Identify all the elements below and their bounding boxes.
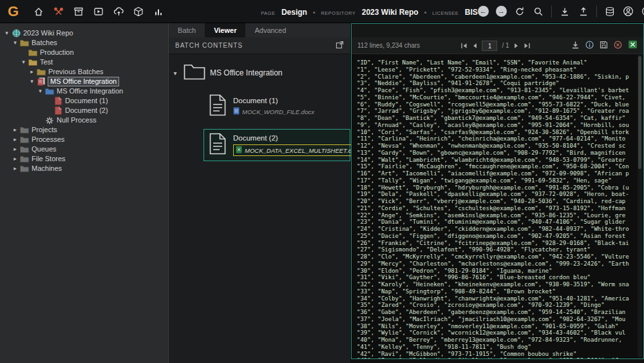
back-button[interactable]: ← [478,6,489,17]
download-icon[interactable] [559,6,571,17]
first-page-button[interactable] [460,43,468,49]
batch-contents-header: BATCH CONTENTS [169,37,350,54]
document-icon [209,94,226,119]
chevron-down-icon[interactable]: ▾ [3,28,11,38]
tree-item-queues[interactable]: ▸Queues [0,144,168,154]
tree-item-label: Machines [32,164,62,173]
tab-advanced[interactable]: Advanced [245,23,295,37]
page-number-input[interactable]: 1 [482,41,497,51]
folder-icon [184,63,205,83]
tools-icon[interactable] [53,6,64,17]
viewer-status: 112 lines, 9,234 chars [357,42,420,49]
account-icon[interactable] [623,6,634,17]
page-total-label: / 1 [502,42,509,49]
topbar-nav-icons [33,6,164,17]
csv-line: "12", "Nevsa", "Whenman", "nwhenmanb@exa… [357,142,643,150]
next-page-button[interactable] [514,43,519,49]
toolbar-divider [551,6,552,17]
tree-item-machines[interactable]: ▸Machines [0,164,168,173]
chevron-down-icon[interactable]: ▾ [28,77,36,86]
package-icon[interactable] [133,6,144,17]
help-icon[interactable] [641,6,644,17]
tree-item-label: MS Office Integration [48,77,118,86]
folder-icon [28,49,38,56]
document-card[interactable]: Document (2) MOCK_DATA_EXCEL_MULTISHEET.… [204,129,350,161]
repo-tree: ▾2023 Wiki Repo▾BatchesProduction▾Test▸P… [0,23,169,363]
popout-icon[interactable] [336,40,344,52]
chevron-right-icon[interactable]: ▸ [11,125,19,135]
database-icon[interactable] [604,6,616,17]
chevron-down-icon[interactable]: ▾ [36,86,44,96]
tree-item-document-2[interactable]: Document (2) [0,106,168,115]
search-icon[interactable] [533,6,544,17]
folder-blue-icon [44,88,55,95]
csv-line: "10", "Cori", "Sarfas", "csarfas9@exampl… [357,129,643,136]
stats-icon[interactable] [153,6,164,17]
archive-icon[interactable] [73,6,84,17]
tree-item-null-process[interactable]: Null Process [0,115,168,125]
tree-item-production[interactable]: Production [0,48,168,57]
csv-line: "3", "Neddie", "Bayliss", "941-91-2678",… [357,80,643,87]
tree-item-ms-office-integration[interactable]: ▾MS Office Integration [0,77,168,86]
chevron-down-icon[interactable]: ▾ [171,70,179,77]
context-separator: • [313,9,316,16]
media-play-icon[interactable] [93,6,104,17]
tree-item-label: Queues [32,145,57,153]
refresh-icon[interactable] [514,6,526,17]
open-in-excel-icon[interactable] [628,40,638,52]
chevron-right-icon[interactable]: ▸ [11,154,19,164]
tree-item-document-1[interactable]: Document (1) [0,96,168,106]
tree-item-batches[interactable]: ▾Batches [0,38,168,48]
chevron-right-icon[interactable]: ▸ [28,67,36,77]
chevron-down-icon[interactable]: ▾ [11,38,19,48]
chevron-right-icon[interactable]: ▸ [11,144,19,154]
home-icon[interactable] [33,6,44,17]
repository-value[interactable]: 2023 Wiki Repo [362,8,419,17]
tab-bar: Batch Viewer Advanced [169,23,350,37]
tree-item-label: Document (1) [65,97,108,105]
tree-item-file-stores[interactable]: ▸File Stores [0,154,168,164]
toolbar-divider [596,6,597,17]
page-value[interactable]: Design [281,8,307,17]
previous-page-button[interactable] [472,43,477,49]
upload-icon[interactable] [578,6,589,17]
context-bar: PAGE Design • REPOSITORY 2023 Wiki Repo … [261,6,478,17]
tree-item-projects[interactable]: ▸Projects [0,125,168,135]
csv-line: "30", "Eldon", "Pedron", "981-29-0184", … [357,268,643,275]
chevron-down-icon[interactable]: ▾ [19,57,28,67]
info-icon[interactable] [585,40,594,52]
batch-root-folder[interactable]: ▾ MS Office Integration [171,63,345,83]
viewer-scrollbar[interactable] [638,55,642,357]
csv-line: "19", "Dela", "Paskell", "dpaskelli@exam… [357,191,643,198]
forward-button[interactable]: → [496,6,507,17]
save-icon[interactable] [600,40,608,52]
csv-line: "41", "Kelley", "Tenny", "918-11-7811", … [357,344,643,351]
last-page-button[interactable] [524,43,531,49]
tree-item-ms-office-integration[interactable]: ▾MS Office Integration [0,86,168,96]
document-file-name: MOCK_DATA_EXCEL_MULTISHEET.csv [245,147,357,154]
batch-contents-body: ▾ MS Office Integration Document (1) MOC… [169,54,350,363]
tree-item-label: Processes [32,135,64,144]
tree-item-processes[interactable]: ▸Processes [0,135,168,144]
csv-line: "42", "Ravi", "McGibbon", "973-71-1915",… [357,351,643,358]
chevron-right-icon[interactable]: ▸ [11,135,19,144]
tree-item-label: Test [40,58,53,66]
export-icon[interactable] [571,40,580,52]
cloud-upload-icon[interactable] [113,6,124,17]
csv-line: "32", "Karoly", "Heineken", "kheinekenv@… [357,281,643,288]
scrollbar-thumb[interactable] [638,56,641,169]
document-title: Document (1) [233,97,314,104]
tab-viewer[interactable]: Viewer [205,23,245,37]
grooper-logo[interactable]: G [8,5,19,19]
document-card[interactable]: Document (1) MOCK_WORD_FILE.docx [204,90,350,123]
tree-item-previous-batches[interactable]: ▸Previous Batches [0,67,168,77]
csv-line: "14", "Walt", "Lambricht", "wlambrichtd@… [357,157,643,164]
csv-line: "ID", "First Name", "Last Name", "Email"… [357,59,643,66]
tab-batch[interactable]: Batch [169,23,205,37]
close-icon[interactable] [614,40,622,52]
text-content[interactable]: "ID", "First Name", "Last Name", "Email"… [352,54,643,358]
chevron-right-icon[interactable]: ▸ [11,164,19,173]
csv-line: "6", "Ruddy", "Cogswell", "rcogswell5@ex… [357,101,643,108]
tree-item-2023-wiki-repo[interactable]: ▾2023 Wiki Repo [0,28,168,38]
tree-item-test[interactable]: ▾Test [0,57,168,67]
